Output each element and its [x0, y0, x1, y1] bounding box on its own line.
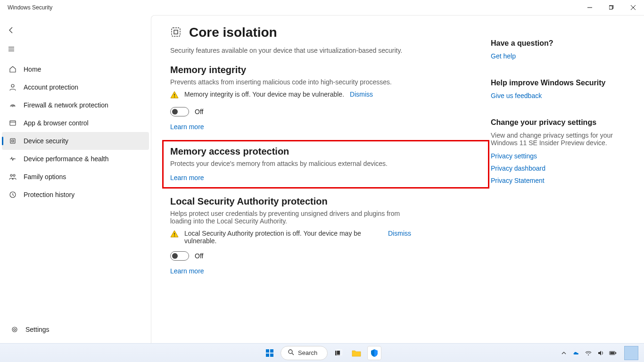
dismiss-link[interactable]: Dismiss: [350, 90, 373, 98]
close-button[interactable]: [622, 0, 644, 15]
page-description: Security features available on your devi…: [170, 47, 425, 54]
svg-point-24: [174, 236, 175, 237]
svg-rect-36: [610, 352, 614, 354]
nav-list: Home Account protection Firewall & netwo…: [0, 60, 151, 204]
minimize-button[interactable]: [579, 0, 601, 15]
memory-integrity-section: Memory integrity Prevents attacks from i…: [170, 65, 481, 131]
svg-point-14: [10, 174, 12, 176]
nav-label: Account protection: [24, 83, 78, 91]
svg-rect-35: [615, 352, 616, 354]
warning-icon: [170, 90, 179, 100]
chevron-up-icon[interactable]: [560, 349, 568, 357]
gear-icon: [10, 325, 19, 334]
wifi-icon[interactable]: [585, 349, 592, 357]
dismiss-link[interactable]: Dismiss: [388, 230, 411, 237]
svg-point-18: [14, 329, 16, 330]
toggle-label: Off: [195, 252, 203, 260]
block-description: View and change privacy settings for you…: [491, 132, 613, 147]
svg-point-17: [12, 327, 17, 332]
svg-point-22: [174, 97, 175, 98]
svg-rect-10: [10, 121, 16, 125]
feedback-link[interactable]: Give us feedback: [491, 92, 613, 99]
svg-rect-27: [266, 354, 269, 357]
search-label: Search: [298, 349, 317, 356]
privacy-settings-link[interactable]: Privacy settings: [491, 152, 613, 160]
section-description: Helps protect user credentials by preven…: [170, 210, 415, 225]
svg-rect-2: [609, 6, 612, 9]
svg-rect-12: [10, 139, 15, 143]
nav-app-browser[interactable]: App & browser control: [2, 114, 149, 132]
nav-label: Family options: [24, 173, 66, 181]
sidebar: Home Account protection Firewall & netwo…: [0, 15, 151, 343]
block-heading: Have a question?: [491, 39, 613, 48]
improve-block: Help improve Windows Security Give us fe…: [491, 79, 613, 99]
section-heading: Local Security Authority protection: [170, 196, 481, 207]
privacy-statement-link[interactable]: Privacy Statement: [491, 177, 613, 184]
memory-integrity-toggle[interactable]: [170, 107, 189, 116]
sound-icon[interactable]: [597, 349, 604, 357]
content-area: Core isolation Security features availab…: [151, 15, 644, 343]
nav-performance[interactable]: Device performance & health: [2, 150, 149, 168]
toggle-label: Off: [195, 108, 203, 115]
chip-icon: [8, 137, 17, 145]
learn-more-link[interactable]: Learn more: [170, 174, 204, 181]
nav-firewall[interactable]: Firewall & network protection: [2, 96, 149, 114]
hamburger-button[interactable]: [2, 41, 21, 58]
nav-label: Device performance & health: [24, 155, 109, 163]
home-icon: [8, 65, 17, 74]
page-title: Core isolation: [189, 25, 277, 40]
taskbar-search[interactable]: Search: [281, 346, 328, 360]
battery-icon[interactable]: [609, 349, 617, 357]
onedrive-icon[interactable]: [572, 349, 580, 357]
people-icon: [8, 173, 17, 181]
nav-home[interactable]: Home: [2, 60, 149, 78]
svg-line-30: [292, 353, 294, 355]
svg-rect-19: [172, 28, 180, 36]
nav-label: Protection history: [24, 191, 74, 198]
history-icon: [8, 190, 17, 199]
search-icon: [288, 349, 294, 357]
svg-point-15: [13, 174, 15, 176]
memory-access-section: Memory access protection Protects your d…: [170, 146, 481, 181]
block-heading: Change your privacy settings: [491, 118, 613, 127]
section-heading: Memory integrity: [170, 65, 481, 75]
get-help-link[interactable]: Get help: [491, 52, 613, 60]
svg-rect-26: [270, 349, 273, 353]
nav-label: Settings: [25, 326, 50, 333]
back-button[interactable]: [2, 22, 21, 39]
svg-rect-28: [270, 354, 273, 357]
lsa-section: Local Security Authority protection Help…: [170, 196, 481, 275]
nav-label: Firewall & network protection: [24, 101, 108, 109]
svg-point-33: [588, 354, 589, 355]
titlebar: Windows Security: [0, 0, 644, 15]
privacy-dashboard-link[interactable]: Privacy dashboard: [491, 165, 613, 172]
window-controls: [579, 0, 644, 15]
nav-history[interactable]: Protection history: [2, 186, 149, 204]
highlighted-section: Memory access protection Protects your d…: [162, 140, 489, 189]
notification-area[interactable]: [624, 346, 638, 360]
nav-settings[interactable]: Settings: [4, 321, 147, 338]
nav-account-protection[interactable]: Account protection: [2, 78, 149, 96]
explorer-icon[interactable]: [349, 346, 363, 360]
svg-rect-20: [174, 30, 178, 34]
start-button[interactable]: [263, 346, 277, 360]
lsa-toggle[interactable]: [170, 251, 189, 261]
nav-label: Home: [24, 66, 41, 73]
core-isolation-icon: [170, 26, 182, 39]
nav-device-security[interactable]: Device security: [2, 132, 149, 150]
privacy-block: Change your privacy settings View and ch…: [491, 118, 613, 184]
nav-family[interactable]: Family options: [2, 168, 149, 186]
learn-more-link[interactable]: Learn more: [170, 123, 204, 131]
taskview-button[interactable]: [331, 346, 346, 360]
svg-point-9: [12, 106, 13, 107]
warning-text: Local Security Authority protection is o…: [184, 230, 382, 245]
learn-more-link[interactable]: Learn more: [170, 267, 204, 275]
svg-point-29: [289, 350, 292, 354]
svg-rect-25: [266, 349, 269, 353]
maximize-button[interactable]: [601, 0, 622, 15]
heart-icon: [8, 155, 17, 163]
section-description: Protects your device's memory from attac…: [170, 160, 415, 167]
nav-label: App & browser control: [24, 119, 89, 127]
taskbar: Search: [0, 343, 644, 362]
security-icon[interactable]: [367, 346, 381, 360]
